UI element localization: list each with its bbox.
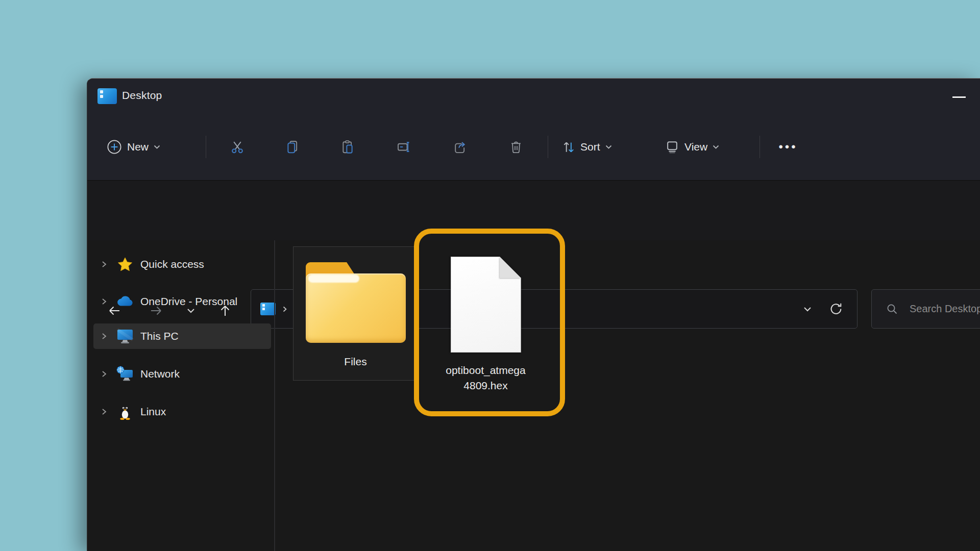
sidebar-item-onedrive[interactable]: OneDrive - Personal: [93, 289, 271, 314]
search-input[interactable]: Search Desktop: [871, 289, 980, 329]
file-label-line1: optiboot_atmega: [446, 363, 525, 378]
copy-icon: [285, 140, 300, 154]
sidebar-item-label: This PC: [140, 330, 179, 342]
expand-chevron-icon[interactable]: [102, 370, 109, 378]
sidebar-item-quick-access[interactable]: Quick access: [93, 252, 271, 277]
star-icon: [116, 256, 134, 273]
minimize-icon: [952, 96, 966, 98]
window-title: Desktop: [122, 89, 162, 102]
desktop-folder-icon: [97, 88, 117, 104]
sort-button[interactable]: Sort: [557, 134, 617, 160]
sidebar-item-label: OneDrive - Personal: [140, 295, 237, 308]
search-icon: [886, 303, 898, 315]
breadcrumb-chevron-icon: [283, 306, 287, 312]
sidebar-item-label: Network: [140, 368, 180, 380]
chevron-down-icon: [154, 145, 160, 149]
see-more-button[interactable]: •••: [771, 134, 805, 160]
share-button[interactable]: [448, 135, 472, 159]
new-button-label: New: [127, 141, 149, 153]
network-icon: [116, 365, 134, 383]
toolbar-divider: [760, 136, 760, 158]
file-label-line2: 4809.hex: [446, 378, 525, 393]
sidebar-item-label: Linux: [140, 406, 166, 418]
share-icon: [453, 140, 467, 154]
sidebar-item-this-pc[interactable]: This PC: [93, 323, 271, 349]
file-tile-files[interactable]: Files: [293, 246, 418, 381]
sidebar-item-label: Quick access: [140, 258, 204, 270]
rename-icon: [397, 140, 411, 154]
expand-chevron-icon[interactable]: [102, 297, 109, 306]
onedrive-cloud-icon: [116, 293, 134, 310]
view-button[interactable]: View: [660, 134, 724, 160]
chevron-down-icon: [713, 145, 719, 149]
scissors-icon: [230, 140, 244, 154]
folder-icon: [306, 262, 406, 343]
sidebar-item-network[interactable]: Network: [93, 361, 271, 387]
paste-clipboard-icon: [340, 140, 355, 154]
sidebar-divider[interactable]: [274, 240, 275, 551]
expand-chevron-icon[interactable]: [102, 260, 109, 268]
toolbar-divider: [548, 136, 548, 158]
cut-button[interactable]: [225, 135, 250, 159]
view-button-label: View: [684, 141, 707, 153]
minimize-button[interactable]: [945, 90, 973, 104]
view-layout-icon: [665, 140, 679, 154]
expand-chevron-icon[interactable]: [102, 332, 109, 340]
address-dropdown-chevron-icon[interactable]: [803, 307, 812, 312]
rename-button[interactable]: [391, 135, 416, 159]
sidebar-item-linux[interactable]: Linux: [93, 399, 271, 424]
linux-penguin-icon: [116, 403, 134, 420]
refresh-button[interactable]: [829, 302, 843, 316]
address-band: This PC Desktop: [87, 181, 980, 240]
file-tile-hex[interactable]: optiboot_atmega 4809.hex: [423, 246, 548, 415]
sort-button-label: Sort: [580, 141, 600, 153]
expand-chevron-icon[interactable]: [102, 408, 109, 416]
this-pc-monitor-icon: [116, 328, 134, 345]
toolbar-divider: [206, 136, 206, 158]
trash-icon: [509, 140, 523, 154]
document-icon: [451, 257, 521, 353]
delete-button[interactable]: [504, 135, 528, 159]
new-plus-circle-icon: [107, 139, 122, 155]
paste-button[interactable]: [335, 135, 360, 159]
file-tile-label: Files: [344, 354, 366, 369]
file-tile-label: optiboot_atmega 4809.hex: [446, 363, 525, 393]
sort-arrows-icon: [562, 140, 575, 154]
refresh-icon: [829, 302, 843, 316]
copy-button[interactable]: [280, 135, 305, 159]
window-chrome: Desktop New: [87, 79, 980, 181]
new-button[interactable]: New: [102, 134, 165, 160]
search-placeholder: Search Desktop: [910, 303, 980, 315]
ellipsis-icon: •••: [778, 140, 797, 154]
chevron-down-icon: [605, 145, 612, 149]
explorer-window: Desktop New: [87, 78, 980, 551]
